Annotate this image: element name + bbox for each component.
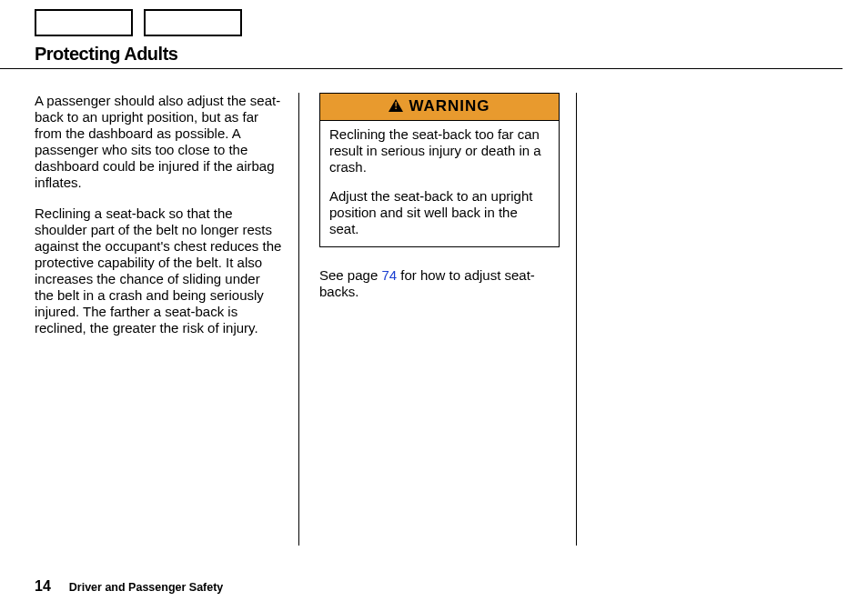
warning-header-text: WARNING (389, 97, 490, 115)
footer-section-name: Driver and Passenger Safety (69, 581, 224, 594)
body-paragraph-1: A passenger should also adjust the seat-… (35, 93, 282, 191)
see-page-text: See page 74 for how to adjust seat-backs… (319, 267, 560, 300)
body-paragraph-2: Reclining a seat-back so that the should… (35, 205, 282, 336)
see-page-pre: See page (319, 267, 381, 283)
warning-label: WARNING (409, 97, 490, 115)
column-divider-1 (298, 93, 299, 546)
page-footer: 14 Driver and Passenger Safety (35, 578, 223, 595)
warning-body: Reclining the seat-back too far can resu… (320, 121, 559, 246)
warning-triangle-icon (389, 99, 403, 112)
placeholder-box-1 (35, 9, 133, 36)
top-placeholder-boxes (0, 0, 868, 36)
content-area: A passenger should also adjust the seat-… (0, 69, 868, 546)
left-column: A passenger should also adjust the seat-… (35, 93, 298, 546)
middle-column: WARNING Reclining the seat-back too far … (312, 93, 576, 546)
warning-paragraph-1: Reclining the seat-back too far can resu… (329, 126, 550, 175)
page-link[interactable]: 74 (381, 267, 397, 283)
warning-box: WARNING Reclining the seat-back too far … (319, 93, 560, 247)
column-divider-2 (576, 93, 577, 546)
page-title: Protecting Adults (35, 44, 808, 65)
warning-paragraph-2: Adjust the seat-back to an upright posit… (329, 188, 550, 237)
page-number: 14 (35, 578, 51, 595)
placeholder-box-2 (144, 9, 242, 36)
page-header: Protecting Adults (0, 36, 843, 69)
warning-header: WARNING (320, 94, 559, 121)
